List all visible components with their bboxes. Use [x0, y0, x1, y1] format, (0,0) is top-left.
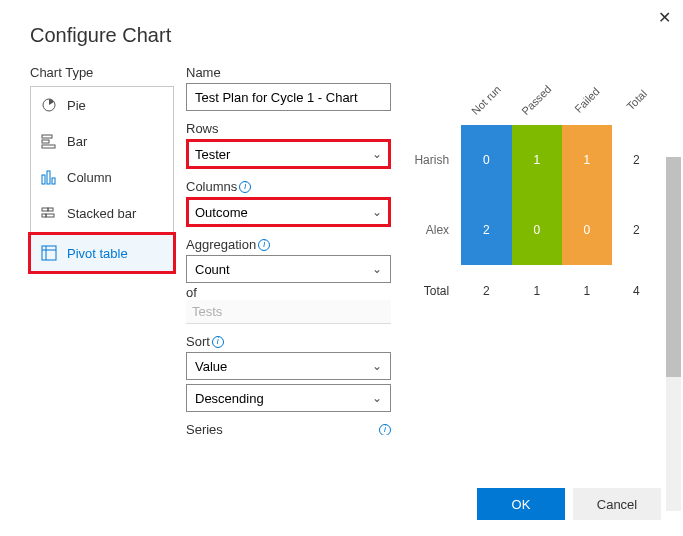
svg-rect-3 — [42, 145, 55, 148]
dialog-footer: OK Cancel — [477, 488, 661, 520]
svg-rect-1 — [42, 135, 52, 138]
ok-button[interactable]: OK — [477, 488, 565, 520]
cancel-button[interactable]: Cancel — [573, 488, 661, 520]
pivot-cell: 1 — [562, 265, 612, 317]
svg-rect-6 — [52, 178, 55, 184]
pivot-cell: 4 — [612, 265, 661, 317]
col-header: Failed — [572, 85, 602, 115]
rows-label: Rows — [186, 121, 398, 136]
row-header: Alex — [406, 195, 461, 265]
chevron-down-icon: ⌄ — [372, 262, 382, 276]
pivot-cell: 2 — [461, 195, 511, 265]
svg-rect-11 — [42, 246, 56, 260]
svg-rect-9 — [42, 214, 46, 217]
row-header: Total — [406, 265, 461, 317]
chart-type-label-text: Stacked bar — [67, 206, 136, 221]
col-header: Total — [624, 88, 649, 113]
config-form: Name Rows Tester ⌄ Columnsi Outcome ⌄ Ag… — [186, 65, 398, 435]
svg-rect-4 — [42, 175, 45, 184]
pie-icon — [41, 97, 57, 113]
info-icon[interactable]: i — [212, 336, 224, 348]
chart-type-column[interactable]: Column — [31, 159, 173, 195]
name-label: Name — [186, 65, 398, 80]
pivot-cell: 0 — [512, 195, 562, 265]
chart-type-pie[interactable]: Pie — [31, 87, 173, 123]
pivot-cell: 1 — [512, 265, 562, 317]
name-input[interactable] — [186, 83, 391, 111]
info-icon[interactable]: i — [258, 239, 270, 251]
col-header: Not run — [469, 83, 503, 117]
columns-select[interactable]: Outcome ⌄ — [186, 197, 391, 227]
svg-rect-8 — [48, 208, 53, 211]
bar-icon — [41, 133, 57, 149]
sort-dir-select[interactable]: Descending ⌄ — [186, 384, 391, 412]
pivot-cell: 2 — [461, 265, 511, 317]
chart-type-bar[interactable]: Bar — [31, 123, 173, 159]
svg-rect-10 — [46, 214, 54, 217]
pivot-cell: 0 — [562, 195, 612, 265]
chart-type-label: Chart Type — [30, 65, 174, 80]
chart-type-pivottable[interactable]: Pivot table — [31, 235, 173, 271]
pivot-cell: 2 — [612, 125, 661, 195]
aggregation-select[interactable]: Count ⌄ — [186, 255, 391, 283]
chevron-down-icon: ⌄ — [372, 205, 382, 219]
pivot-cell: 0 — [461, 125, 511, 195]
columns-label: Columnsi — [186, 179, 398, 194]
chart-type-stackedbar[interactable]: Stacked bar — [31, 195, 173, 231]
scrollbar[interactable] — [666, 157, 681, 511]
chevron-down-icon: ⌄ — [372, 391, 382, 405]
chart-preview: Not run Passed Failed Total Harish 0 1 1… — [398, 65, 683, 435]
svg-rect-5 — [47, 171, 50, 184]
svg-rect-2 — [42, 140, 49, 143]
chart-type-label-text: Pivot table — [67, 246, 128, 261]
row-header: Harish — [406, 125, 461, 195]
stackedbar-icon — [41, 205, 57, 221]
rows-select[interactable]: Tester ⌄ — [186, 139, 391, 169]
pivot-cell: 2 — [612, 195, 661, 265]
chevron-down-icon: ⌄ — [372, 359, 382, 373]
of-input — [186, 300, 391, 324]
dialog-title: Configure Chart — [0, 0, 683, 65]
aggregation-label: Aggregationi — [186, 237, 398, 252]
info-icon[interactable]: i — [239, 181, 251, 193]
series-label: Seriesi — [186, 422, 391, 435]
chart-type-list: Pie Bar Column Stacked bar Pi — [30, 86, 174, 272]
pivot-preview-table: Not run Passed Failed Total Harish 0 1 1… — [406, 75, 661, 317]
sort-by-select[interactable]: Value ⌄ — [186, 352, 391, 380]
svg-rect-7 — [42, 208, 48, 211]
chart-type-panel: Chart Type Pie Bar Column Stacked bar — [30, 65, 174, 435]
sort-label: Sorti — [186, 334, 398, 349]
info-icon[interactable]: i — [379, 424, 391, 436]
close-icon[interactable]: ✕ — [658, 8, 671, 27]
column-icon — [41, 169, 57, 185]
pivot-cell: 1 — [512, 125, 562, 195]
chevron-down-icon: ⌄ — [372, 147, 382, 161]
configure-chart-dialog: ✕ Configure Chart Chart Type Pie Bar Col… — [0, 0, 683, 536]
chart-type-label-text: Bar — [67, 134, 87, 149]
col-header: Passed — [520, 83, 554, 117]
pivot-cell: 1 — [562, 125, 612, 195]
chart-type-label-text: Column — [67, 170, 112, 185]
pivottable-icon — [41, 245, 57, 261]
chart-type-label-text: Pie — [67, 98, 86, 113]
of-label: of — [186, 285, 398, 300]
